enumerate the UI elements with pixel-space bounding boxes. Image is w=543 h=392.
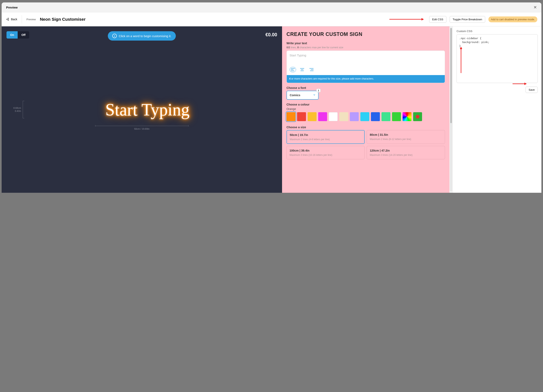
height-dimension: 8.68cm 3.42in (13, 107, 21, 113)
svg-marker-12 (460, 47, 462, 49)
font-dropdown[interactable]: Comics (287, 91, 319, 100)
preview-mode-warning: Add to cart disabled in preview mode. (488, 17, 537, 22)
sign-text-input[interactable] (287, 51, 445, 67)
colour-swatch[interactable] (297, 112, 306, 121)
colour-swatch[interactable] (381, 112, 390, 121)
write-text-label: Write your text (287, 42, 445, 45)
annotation-arrow-2 (459, 47, 463, 73)
colour-swatch[interactable] (339, 112, 348, 121)
size-desc: Maximum 3 lines (14-20 letters per line) (370, 153, 442, 157)
hint-text: Click on a word to begin customising it. (119, 34, 171, 38)
colour-swatch[interactable] (287, 112, 295, 121)
svg-marker-14 (524, 83, 527, 85)
min-chars-warning: 4 or more characters are required for th… (287, 75, 445, 83)
modal-title: Preview (6, 6, 18, 9)
sidebar-heading: CREATE YOUR CUSTOM SIGN (287, 31, 445, 37)
hint-pill: i Click on a word to begin customising i… (108, 31, 176, 40)
close-icon: ✕ (533, 5, 537, 10)
size-label: Choose a size (287, 125, 445, 129)
neon-preview-text[interactable]: Start Typing (105, 100, 190, 119)
preview-modal: Preview ✕ Back Preview Neon Sign Customi… (2, 2, 541, 193)
size-desc: Maximum 2 lines (6-12 letters per line) (370, 137, 442, 141)
preview-panel: On Off i Click on a word to begin custom… (2, 26, 282, 193)
size-grid: 50cm | 19.7inMaximum 2 lines (4-8 letter… (287, 130, 445, 159)
toolbar: Back Preview Neon Sign Customiser Edit C… (2, 12, 541, 26)
annotation-arrow-3 (513, 82, 527, 85)
size-option[interactable]: 100cm | 39.4inMaximum 3 lines (10-16 let… (287, 146, 365, 159)
size-title: 100cm | 39.4in (289, 149, 362, 152)
edit-css-button[interactable]: Edit CSS (429, 16, 447, 23)
colour-swatch-grid (287, 112, 445, 121)
colour-swatch[interactable] (360, 112, 369, 121)
price-display: €0.00 (266, 32, 277, 38)
chevron-down-icon (313, 93, 316, 97)
size-desc: Maximum 3 lines (10-16 letters per line) (289, 153, 362, 157)
char-hint: 0/2 lines, 8 characters max per line for… (287, 46, 445, 49)
toggle-price-button[interactable]: Toggle Price Breakdown (450, 16, 485, 23)
size-title: 50cm | 19.7in (290, 133, 362, 136)
neon-toggle: On Off (6, 31, 29, 39)
colour-swatch[interactable] (371, 112, 380, 121)
svg-marker-1 (421, 18, 424, 21)
size-desc: Maximum 2 lines (4-8 letters per line) (290, 138, 362, 141)
text-input-card: 4 or more characters are required for th… (287, 51, 445, 83)
custom-css-panel: Custom CSS Save (453, 26, 541, 193)
back-icon (6, 17, 9, 21)
font-label: Choose a font (287, 86, 445, 90)
height-in: 3.42in (13, 110, 21, 113)
divider (22, 15, 22, 23)
neon-stage: Start Typing (105, 100, 190, 119)
size-option[interactable]: 80cm | 31.5inMaximum 2 lines (6-12 lette… (367, 130, 445, 144)
customiser-sidebar: CREATE YOUR CUSTOM SIGN Write your text … (282, 26, 449, 193)
width-value: 50cm / 19.69in (95, 128, 188, 130)
height-cm: 8.68cm (13, 107, 21, 110)
scrollbar-thumb[interactable] (450, 28, 452, 123)
align-row (287, 67, 445, 75)
size-title: 80cm | 31.5in (370, 133, 442, 136)
breadcrumb: Preview (26, 18, 36, 21)
custom-css-label: Custom CSS (457, 30, 538, 33)
font-dropdown-wrap: Comics 1 (287, 91, 319, 100)
colour-swatch[interactable] (329, 112, 338, 121)
width-dimension: 50cm / 19.69in (95, 126, 188, 130)
colour-swatch[interactable] (403, 112, 412, 121)
align-left-button[interactable] (289, 67, 296, 72)
sidebar-scrollbar[interactable] (450, 28, 452, 192)
colour-swatch[interactable] (392, 112, 401, 121)
save-button[interactable]: Save (526, 87, 538, 93)
font-count-badge: 1 (316, 89, 320, 92)
size-option[interactable]: 120cm | 47.2inMaximum 3 lines (14-20 let… (367, 146, 445, 159)
colour-swatch[interactable] (350, 112, 359, 121)
align-right-button[interactable] (308, 67, 315, 72)
content-row: On Off i Click on a word to begin custom… (2, 26, 541, 193)
align-center-button[interactable] (299, 67, 305, 72)
colour-label: Choose a colour (287, 103, 445, 106)
toggle-off-button[interactable]: Off (18, 31, 29, 39)
info-icon: i (112, 34, 117, 38)
size-option[interactable]: 50cm | 19.7inMaximum 2 lines (4-8 letter… (287, 130, 365, 144)
app-title: Neon Sign Customiser (40, 17, 85, 22)
back-button[interactable]: Back (6, 17, 17, 21)
annotation-arrow-1 (389, 18, 424, 21)
custom-css-textarea[interactable] (457, 34, 538, 83)
font-selected: Comics (290, 94, 300, 97)
back-label: Back (11, 18, 17, 21)
colour-swatch[interactable] (308, 112, 317, 121)
align-right-icon (309, 68, 314, 71)
align-left-icon (291, 68, 295, 71)
colour-selected-name: Orange (287, 107, 445, 111)
colour-swatch[interactable] (413, 112, 422, 121)
colour-swatch[interactable] (318, 112, 327, 121)
modal-header: Preview ✕ (2, 2, 541, 12)
align-center-icon (300, 68, 304, 71)
toggle-on-button[interactable]: On (6, 31, 18, 39)
close-button[interactable]: ✕ (533, 5, 537, 9)
size-title: 120cm | 47.2in (370, 149, 442, 152)
